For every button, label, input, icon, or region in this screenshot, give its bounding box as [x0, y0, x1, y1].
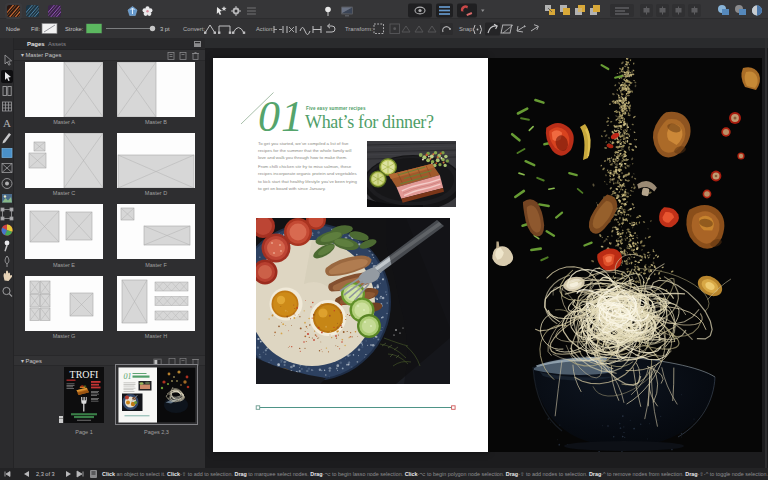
svg-text:Action:: Action: — [256, 26, 274, 32]
svg-text:A: A — [3, 117, 11, 129]
svg-text:Stroke:: Stroke: — [65, 26, 84, 32]
svg-text:3 pt: 3 pt — [160, 26, 170, 32]
svg-text:Click an object to select it.: Click an object to select it. Click-⇧ to… — [102, 471, 768, 477]
svg-text:Fill:: Fill: — [31, 26, 40, 32]
svg-text:Convert:: Convert: — [183, 26, 205, 32]
svg-text:Node: Node — [6, 26, 20, 32]
svg-text:TROFI: TROFI — [70, 368, 99, 379]
svg-text:2,3 of 3: 2,3 of 3 — [36, 471, 55, 477]
svg-text:01: 01 — [123, 371, 131, 380]
svg-text:Snap:: Snap: — [459, 26, 475, 32]
svg-text:Transform:: Transform: — [345, 26, 373, 32]
